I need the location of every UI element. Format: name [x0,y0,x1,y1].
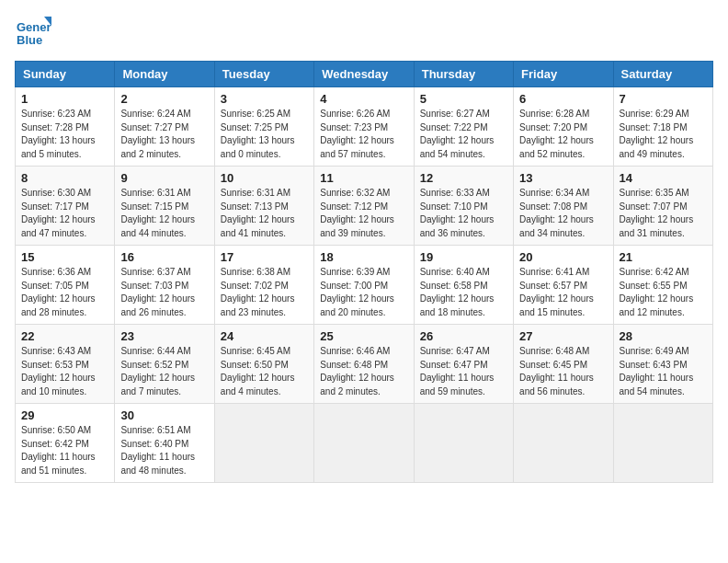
day-info: Sunrise: 6:47 AMSunset: 6:47 PMDaylight:… [420,345,507,398]
day-info: Sunrise: 6:27 AMSunset: 7:22 PMDaylight:… [420,108,507,161]
day-info: Sunrise: 6:50 AMSunset: 6:42 PMDaylight:… [21,424,108,477]
page-header: General Blue [15,15,713,52]
calendar-cell: 8Sunrise: 6:30 AMSunset: 7:17 PMDaylight… [16,167,115,246]
day-number: 15 [21,250,108,264]
calendar-cell [414,404,513,483]
day-info: Sunrise: 6:44 AMSunset: 6:52 PMDaylight:… [120,345,208,398]
day-number: 24 [221,329,308,343]
day-info: Sunrise: 6:42 AMSunset: 6:55 PMDaylight:… [620,266,707,319]
day-info: Sunrise: 6:38 AMSunset: 7:02 PMDaylight:… [221,266,308,319]
calendar-week-row: 15Sunrise: 6:36 AMSunset: 7:05 PMDayligh… [16,246,713,325]
calendar-week-row: 22Sunrise: 6:43 AMSunset: 6:53 PMDayligh… [16,325,713,404]
calendar-cell: 16Sunrise: 6:37 AMSunset: 7:03 PMDayligh… [115,246,214,325]
calendar-cell: 18Sunrise: 6:39 AMSunset: 7:00 PMDayligh… [314,246,414,325]
calendar-cell: 23Sunrise: 6:44 AMSunset: 6:52 PMDayligh… [115,325,214,404]
day-info: Sunrise: 6:31 AMSunset: 7:15 PMDaylight:… [120,187,208,240]
calendar-cell: 27Sunrise: 6:48 AMSunset: 6:45 PMDayligh… [514,325,613,404]
day-info: Sunrise: 6:35 AMSunset: 7:07 PMDaylight:… [620,187,707,240]
day-info: Sunrise: 6:36 AMSunset: 7:05 PMDaylight:… [21,266,108,319]
day-info: Sunrise: 6:30 AMSunset: 7:17 PMDaylight:… [21,187,108,240]
day-info: Sunrise: 6:24 AMSunset: 7:27 PMDaylight:… [120,108,208,161]
day-number: 12 [420,171,507,185]
day-number: 16 [120,250,208,264]
calendar-header-friday: Friday [514,62,613,87]
day-number: 26 [420,329,507,343]
day-info: Sunrise: 6:43 AMSunset: 6:53 PMDaylight:… [21,345,108,398]
day-number: 14 [620,171,707,185]
day-number: 25 [320,329,407,343]
day-info: Sunrise: 6:23 AMSunset: 7:28 PMDaylight:… [21,108,108,161]
day-info: Sunrise: 6:34 AMSunset: 7:08 PMDaylight:… [519,187,607,240]
calendar-cell: 12Sunrise: 6:33 AMSunset: 7:10 PMDayligh… [414,167,513,246]
calendar-cell: 10Sunrise: 6:31 AMSunset: 7:13 PMDayligh… [214,167,313,246]
calendar-table: SundayMondayTuesdayWednesdayThursdayFrid… [15,61,713,483]
calendar-cell: 6Sunrise: 6:28 AMSunset: 7:20 PMDaylight… [514,87,613,167]
day-number: 4 [320,92,407,106]
day-info: Sunrise: 6:45 AMSunset: 6:50 PMDaylight:… [221,345,308,398]
calendar-cell: 20Sunrise: 6:41 AMSunset: 6:57 PMDayligh… [514,246,613,325]
calendar-cell: 14Sunrise: 6:35 AMSunset: 7:07 PMDayligh… [613,167,712,246]
day-number: 28 [620,329,707,343]
calendar-cell [214,404,313,483]
day-info: Sunrise: 6:39 AMSunset: 7:00 PMDaylight:… [320,266,407,319]
day-info: Sunrise: 6:49 AMSunset: 6:43 PMDaylight:… [620,345,707,398]
day-number: 2 [120,92,208,106]
day-number: 30 [120,408,208,422]
calendar-cell: 17Sunrise: 6:38 AMSunset: 7:02 PMDayligh… [214,246,313,325]
day-number: 3 [221,92,308,106]
calendar-header-wednesday: Wednesday [314,62,414,87]
day-info: Sunrise: 6:41 AMSunset: 6:57 PMDaylight:… [519,266,607,319]
day-info: Sunrise: 6:40 AMSunset: 6:58 PMDaylight:… [420,266,507,319]
day-number: 1 [21,92,108,106]
day-info: Sunrise: 6:33 AMSunset: 7:10 PMDaylight:… [420,187,507,240]
calendar-cell: 24Sunrise: 6:45 AMSunset: 6:50 PMDayligh… [214,325,313,404]
calendar-cell: 22Sunrise: 6:43 AMSunset: 6:53 PMDayligh… [16,325,115,404]
calendar-cell: 11Sunrise: 6:32 AMSunset: 7:12 PMDayligh… [314,167,414,246]
day-number: 20 [519,250,607,264]
calendar-cell: 2Sunrise: 6:24 AMSunset: 7:27 PMDaylight… [115,87,214,167]
calendar-cell: 19Sunrise: 6:40 AMSunset: 6:58 PMDayligh… [414,246,513,325]
day-number: 17 [221,250,308,264]
day-number: 27 [519,329,607,343]
calendar-cell: 26Sunrise: 6:47 AMSunset: 6:47 PMDayligh… [414,325,513,404]
calendar-cell: 1Sunrise: 6:23 AMSunset: 7:28 PMDaylight… [16,87,115,167]
day-info: Sunrise: 6:37 AMSunset: 7:03 PMDaylight:… [120,266,208,319]
calendar-header-tuesday: Tuesday [214,62,313,87]
calendar-cell: 9Sunrise: 6:31 AMSunset: 7:15 PMDaylight… [115,167,214,246]
svg-text:General: General [17,20,51,34]
day-number: 6 [519,92,607,106]
day-number: 23 [120,329,208,343]
calendar-cell: 25Sunrise: 6:46 AMSunset: 6:48 PMDayligh… [314,325,414,404]
calendar-cell [314,404,414,483]
svg-text:Blue: Blue [17,33,42,47]
day-number: 22 [21,329,108,343]
day-number: 9 [120,171,208,185]
day-info: Sunrise: 6:25 AMSunset: 7:25 PMDaylight:… [221,108,308,161]
calendar-header-thursday: Thursday [414,62,513,87]
day-number: 13 [519,171,607,185]
calendar-cell: 29Sunrise: 6:50 AMSunset: 6:42 PMDayligh… [16,404,115,483]
calendar-cell [613,404,712,483]
calendar-header-saturday: Saturday [613,62,712,87]
calendar-cell: 13Sunrise: 6:34 AMSunset: 7:08 PMDayligh… [514,167,613,246]
day-info: Sunrise: 6:48 AMSunset: 6:45 PMDaylight:… [519,345,607,398]
day-info: Sunrise: 6:31 AMSunset: 7:13 PMDaylight:… [221,187,308,240]
day-number: 7 [620,92,707,106]
day-number: 11 [320,171,407,185]
calendar-week-row: 29Sunrise: 6:50 AMSunset: 6:42 PMDayligh… [16,404,713,483]
calendar-week-row: 1Sunrise: 6:23 AMSunset: 7:28 PMDaylight… [16,87,713,167]
calendar-cell: 4Sunrise: 6:26 AMSunset: 7:23 PMDaylight… [314,87,414,167]
day-number: 21 [620,250,707,264]
day-info: Sunrise: 6:46 AMSunset: 6:48 PMDaylight:… [320,345,407,398]
calendar-header-monday: Monday [115,62,214,87]
day-info: Sunrise: 6:51 AMSunset: 6:40 PMDaylight:… [120,424,208,477]
day-number: 5 [420,92,507,106]
logo-svg: General Blue [15,15,51,52]
calendar-cell [514,404,613,483]
day-info: Sunrise: 6:28 AMSunset: 7:20 PMDaylight:… [519,108,607,161]
calendar-cell: 21Sunrise: 6:42 AMSunset: 6:55 PMDayligh… [613,246,712,325]
day-number: 29 [21,408,108,422]
day-info: Sunrise: 6:26 AMSunset: 7:23 PMDaylight:… [320,108,407,161]
calendar-cell: 5Sunrise: 6:27 AMSunset: 7:22 PMDaylight… [414,87,513,167]
calendar-cell: 15Sunrise: 6:36 AMSunset: 7:05 PMDayligh… [16,246,115,325]
